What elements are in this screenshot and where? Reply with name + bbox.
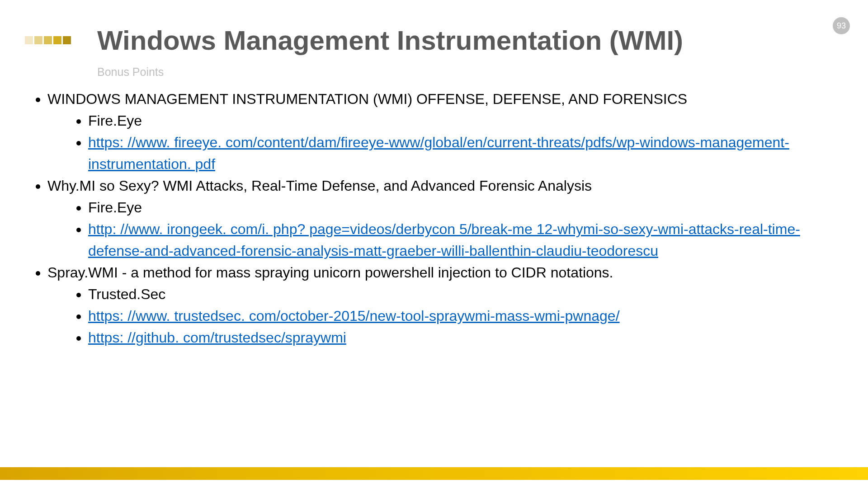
deco-square-2 — [34, 36, 42, 44]
list-item: https: //www. fireeye. com/content/dam/f… — [88, 131, 841, 175]
list-item: https: //github. com/trustedsec/spraywmi — [88, 327, 841, 348]
page-number-badge: 93 — [833, 17, 850, 34]
list-item: Spray.WMI - a method for mass spraying u… — [47, 262, 841, 348]
deco-square-3 — [44, 36, 52, 44]
list-item: Fire.Eye — [88, 110, 841, 131]
list-item: https: //www. trustedsec. com/october-20… — [88, 305, 841, 327]
list-item-text: WINDOWS MANAGEMENT INSTRUMENTATION (WMI)… — [47, 91, 687, 107]
bullet-list-level2: Fire.Eye http: //www. irongeek. com/i. p… — [47, 197, 841, 262]
bullet-list-level2: Trusted.Sec https: //www. trustedsec. co… — [47, 283, 841, 348]
page-number: 93 — [837, 21, 846, 31]
decorative-squares — [25, 36, 71, 44]
bullet-list-level2: Fire.Eye https: //www. fireeye. com/cont… — [47, 110, 841, 175]
resource-link[interactable]: http: //www. irongeek. com/i. php? page=… — [88, 221, 800, 259]
bottom-accent-bar — [0, 467, 868, 480]
deco-square-5 — [63, 36, 71, 44]
slide-content: WINDOWS MANAGEMENT INSTRUMENTATION (WMI)… — [25, 88, 841, 348]
list-item: WINDOWS MANAGEMENT INSTRUMENTATION (WMI)… — [47, 88, 841, 175]
list-item-text: Why.MI so Sexy? WMI Attacks, Real-Time D… — [47, 178, 592, 194]
slide-title: Windows Management Instrumentation (WMI) — [97, 25, 683, 56]
bullet-list-level1: WINDOWS MANAGEMENT INSTRUMENTATION (WMI)… — [25, 88, 841, 348]
list-item: Trusted.Sec — [88, 283, 841, 305]
resource-link[interactable]: https: //www. fireeye. com/content/dam/f… — [88, 134, 789, 172]
list-item-text: Spray.WMI - a method for mass spraying u… — [47, 264, 613, 281]
list-item: http: //www. irongeek. com/i. php? page=… — [88, 218, 841, 262]
deco-square-4 — [53, 36, 61, 44]
list-item-text: Fire.Eye — [88, 199, 142, 216]
slide-subtitle: Bonus Points — [97, 66, 164, 79]
slide: 93 Windows Management Instrumentation (W… — [0, 0, 868, 488]
resource-link[interactable]: https: //github. com/trustedsec/spraywmi — [88, 329, 346, 346]
resource-link[interactable]: https: //www. trustedsec. com/october-20… — [88, 308, 620, 324]
list-item: Why.MI so Sexy? WMI Attacks, Real-Time D… — [47, 175, 841, 262]
list-item-text: Fire.Eye — [88, 113, 142, 129]
deco-square-1 — [25, 36, 33, 44]
list-item-text: Trusted.Sec — [88, 286, 165, 302]
list-item: Fire.Eye — [88, 197, 841, 218]
